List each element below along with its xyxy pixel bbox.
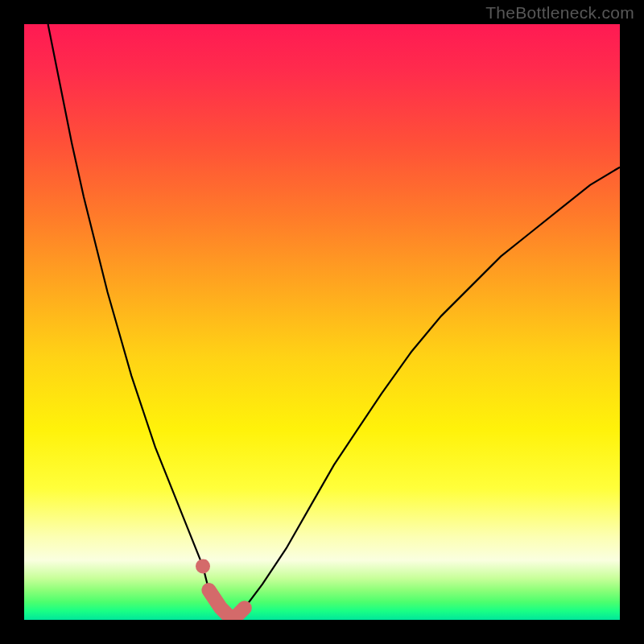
curve-layer [24,24,620,620]
sweet-spot-dot [196,559,210,573]
watermark-text: TheBottleneck.com [485,3,634,23]
sweet-spot-highlight [208,590,244,620]
chart-frame: TheBottleneck.com [0,0,644,644]
plot-area [24,24,620,620]
bottleneck-curve [48,24,620,620]
